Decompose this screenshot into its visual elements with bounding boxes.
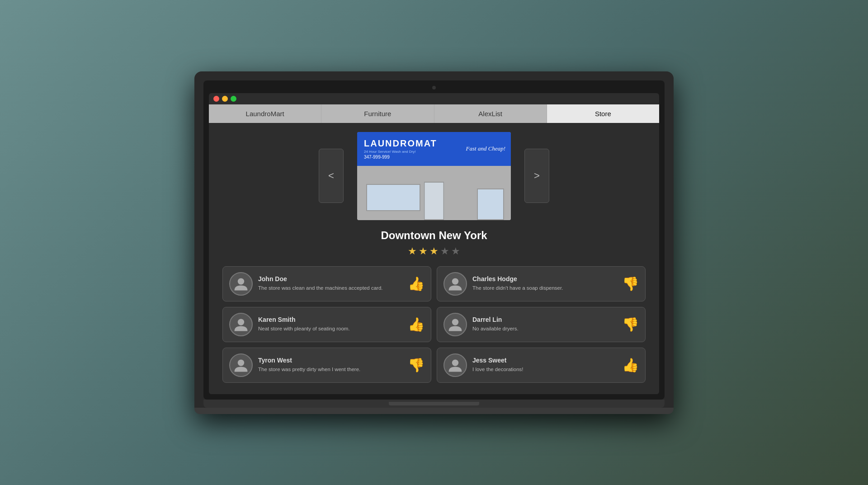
carousel-next-button[interactable]: > <box>524 149 549 203</box>
star-3: ★ <box>429 245 439 257</box>
person-icon <box>447 276 463 292</box>
reviews-grid: John Doe The store was clean and the mac… <box>209 266 659 392</box>
tab-laundromart[interactable]: LaundroMart <box>209 104 321 123</box>
chevron-left-icon: < <box>328 170 334 182</box>
tab-alexlist[interactable]: AlexList <box>434 104 547 123</box>
person-icon <box>233 316 249 333</box>
reviewer-name: Darrel Lin <box>472 316 617 323</box>
review-body: No available dryers. <box>472 325 617 332</box>
reviewer-name: Karen Smith <box>258 316 402 323</box>
sentiment-icon: 👎 <box>408 357 425 373</box>
person-icon <box>447 316 463 333</box>
svg-point-0 <box>238 278 244 284</box>
store-phone: 347-999-999 <box>364 155 390 160</box>
person-icon <box>233 357 249 373</box>
review-body: Neat store with pleanty of seating room. <box>258 325 402 332</box>
store-tagline: Fast and Cheap! <box>466 145 505 152</box>
review-card: Darrel Lin No available dryers. 👎 <box>437 307 646 342</box>
chevron-right-icon: > <box>534 170 540 182</box>
reviewer-name: Tyron West <box>258 357 402 364</box>
sentiment-icon: 👍 <box>408 276 425 292</box>
review-text-area: Darrel Lin No available dryers. <box>472 316 617 332</box>
store-door <box>424 182 444 220</box>
svg-point-1 <box>452 278 458 284</box>
star-2: ★ <box>419 245 428 257</box>
tab-furniture[interactable]: Furniture <box>321 104 434 123</box>
carousel-prev-button[interactable]: < <box>319 149 344 203</box>
review-card: Karen Smith Neat store with pleanty of s… <box>222 307 431 342</box>
reviewer-avatar <box>229 353 253 377</box>
review-text-area: Jess Sweet I love the decorations! <box>472 357 617 373</box>
sentiment-icon: 👎 <box>622 316 639 332</box>
review-text-area: Karen Smith Neat store with pleanty of s… <box>258 316 402 332</box>
laptop-frame: LaundroMart Furniture AlexList Store < L… <box>194 71 674 414</box>
screen-bezel: LaundroMart Furniture AlexList Store < L… <box>203 80 665 400</box>
svg-point-4 <box>238 359 244 366</box>
store-title-section: Downtown New York ★ ★ ★ ★ ★ <box>209 225 659 266</box>
reviewer-avatar <box>443 272 467 296</box>
laptop-hinge <box>389 402 479 405</box>
reviewer-name: John Doe <box>258 275 402 283</box>
review-text-area: Charles Hodge The store didn't have a so… <box>472 275 617 292</box>
close-button[interactable] <box>213 96 219 102</box>
store-awning: LAUNDROMAT 24 Hour Service! Wash and Dry… <box>357 132 511 166</box>
store-front <box>357 166 511 220</box>
window-controls <box>209 93 659 104</box>
main-content: < LAUNDROMAT 24 Hour Service! Wash and D… <box>209 123 659 394</box>
sentiment-icon: 👍 <box>408 316 425 332</box>
svg-point-2 <box>238 319 244 325</box>
store-window-left <box>366 184 420 211</box>
maximize-button[interactable] <box>231 96 236 102</box>
review-body: The store was pretty dirty when I went t… <box>258 366 402 373</box>
camera-dot <box>432 86 436 89</box>
reviewer-name: Charles Hodge <box>472 275 617 283</box>
review-card: Jess Sweet I love the decorations! 👍 <box>437 348 646 383</box>
star-5: ★ <box>451 245 460 257</box>
review-text-area: Tyron West The store was pretty dirty wh… <box>258 357 402 373</box>
review-body: The store didn't have a soap dispenser. <box>472 284 617 292</box>
store-rating-stars: ★ ★ ★ ★ ★ <box>209 245 659 257</box>
review-body: I love the decorations! <box>472 366 617 373</box>
minimize-button[interactable] <box>222 96 228 102</box>
star-1: ★ <box>408 245 417 257</box>
store-location-title: Downtown New York <box>209 229 659 242</box>
store-image: LAUNDROMAT 24 Hour Service! Wash and Dry… <box>357 132 511 220</box>
sentiment-icon: 👍 <box>622 357 639 373</box>
reviewer-name: Jess Sweet <box>472 357 617 364</box>
laptop-base <box>203 400 665 408</box>
person-icon <box>233 276 249 292</box>
carousel-area: < LAUNDROMAT 24 Hour Service! Wash and D… <box>209 123 659 225</box>
review-card: John Doe The store was clean and the mac… <box>222 266 431 301</box>
review-card: Charles Hodge The store didn't have a so… <box>437 266 646 301</box>
person-icon <box>447 357 463 373</box>
store-image-container: LAUNDROMAT 24 Hour Service! Wash and Dry… <box>357 132 511 220</box>
svg-point-5 <box>452 359 458 366</box>
laptop-bottom <box>194 408 674 414</box>
browser-content: LaundroMart Furniture AlexList Store < L… <box>209 104 659 394</box>
review-body: The store was clean and the machines acc… <box>258 284 402 292</box>
star-4: ★ <box>440 245 449 257</box>
reviewer-avatar <box>229 313 253 336</box>
store-window-right <box>477 188 504 220</box>
store-service-text: 24 Hour Service! Wash and Dry! <box>364 150 415 154</box>
reviewer-avatar <box>229 272 253 296</box>
reviewer-avatar <box>443 313 467 336</box>
store-name-sign: LAUNDROMAT <box>364 138 437 149</box>
tab-store[interactable]: Store <box>547 104 659 123</box>
sentiment-icon: 👎 <box>622 276 639 292</box>
reviewer-avatar <box>443 353 467 377</box>
svg-point-3 <box>452 319 458 325</box>
review-text-area: John Doe The store was clean and the mac… <box>258 275 402 292</box>
review-card: Tyron West The store was pretty dirty wh… <box>222 348 431 383</box>
tab-bar: LaundroMart Furniture AlexList Store <box>209 104 659 123</box>
